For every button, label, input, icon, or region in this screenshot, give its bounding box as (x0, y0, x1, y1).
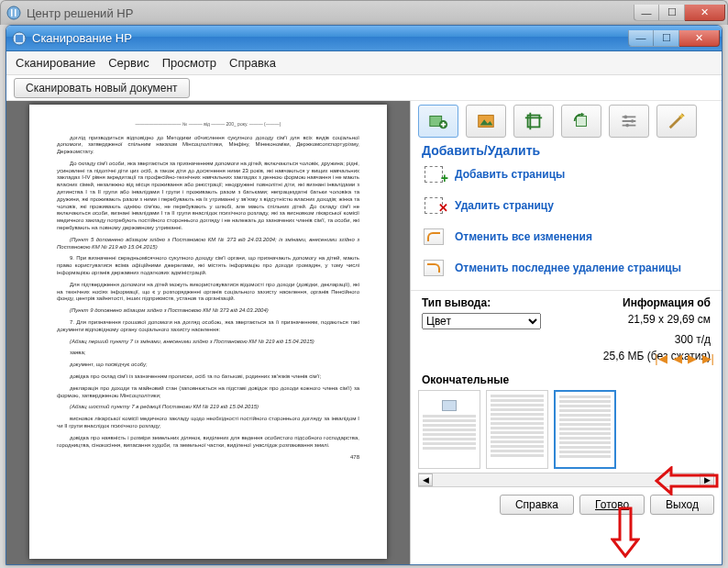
tool-rotate-icon[interactable] (561, 105, 601, 138)
right-panel: Добавить/Удалить + Добавить страницы ✕ У… (410, 101, 722, 564)
section-title: Добавить/Удалить (411, 141, 722, 163)
action-list: + Добавить страницы ✕ Удалить страницу О… (411, 163, 722, 290)
page-paragraph: До складу сім'ї особи, яка звертається з… (57, 161, 359, 232)
thumb-prev-icon[interactable]: ◀ (673, 351, 682, 365)
svg-point-13 (631, 119, 634, 123)
inner-minimize-button[interactable]: — (628, 30, 654, 47)
outer-minimize-button[interactable]: — (634, 5, 659, 21)
page-paragraph: декларація про доходи та майновий стан (… (57, 385, 359, 400)
inner-title: Сканирование HP (32, 31, 628, 45)
thumb-nav: |◀ ◀ ▶ ▶| (655, 351, 714, 365)
info-dimensions: 21,59 x 29,69 см (571, 313, 711, 329)
page-paragraph: доглід призводиться відповідно до Методи… (57, 135, 359, 156)
scroll-right-icon[interactable]: ▶ (700, 473, 714, 486)
thumbnail[interactable] (486, 390, 548, 469)
svg-rect-4 (16, 35, 23, 42)
action-label: Отменить все изменения (455, 230, 592, 243)
svg-rect-1 (11, 9, 13, 17)
tool-add-remove-icon[interactable] (418, 105, 458, 138)
page-note: (Пункт 9 доповнено абзацом згідно з Пост… (57, 307, 359, 315)
outer-maximize-button[interactable]: ☐ (659, 5, 685, 21)
tool-crop-icon[interactable] (513, 105, 554, 138)
action-label: Удалить страницу (455, 199, 554, 212)
inner-titlebar: Сканирование HP — ☐ ✕ (6, 26, 722, 51)
page-note: (Пункт 5 доповнено абзацом згідно з Пост… (57, 237, 359, 251)
page-paragraph: заява; (57, 350, 359, 357)
delete-page-icon: ✕ (422, 195, 446, 217)
info-dpi: 300 т/д (571, 333, 711, 346)
tool-adjust-icon[interactable] (609, 105, 649, 138)
tool-icon-bar (411, 101, 722, 141)
output-type-label: Тип вывода: (422, 296, 562, 309)
menu-scan[interactable]: Сканирование (16, 56, 95, 70)
thumbnail[interactable] (418, 390, 480, 469)
scan-new-document-button[interactable]: Сканировать новый документ (14, 78, 190, 98)
scanned-page[interactable]: —————————— № ——— від ——— 200_ року. ——— … (29, 105, 387, 559)
thumb-first-icon[interactable]: |◀ (655, 351, 667, 365)
thumb-last-icon[interactable]: ▶| (702, 351, 714, 365)
svg-marker-11 (581, 113, 585, 117)
page-paragraph: Для підтвердження допомоги на дітей можу… (57, 282, 359, 303)
undo-all-icon (422, 226, 446, 248)
action-label: Отменить последнее удаление страницы (455, 262, 681, 274)
action-add-pages[interactable]: + Добавить страницы (422, 163, 711, 185)
thumbnail-scrollbar[interactable]: ◀ ▶ (418, 473, 714, 487)
inner-maximize-button[interactable]: ☐ (654, 30, 679, 47)
help-button[interactable]: Справка (500, 495, 574, 515)
outer-window: Центр решений HP — ☐ ✕ Сканирование HP —… (0, 0, 728, 568)
action-redo-delete[interactable]: Отменить последнее удаление страницы (422, 257, 711, 279)
done-button[interactable]: Готово (579, 495, 645, 515)
thumbnail-selected[interactable] (554, 390, 616, 469)
menu-service[interactable]: Сервис (108, 56, 149, 70)
footer-buttons: Справка Готово Выход (411, 487, 722, 522)
page-paragraph: довідка про склад сім'ї із зазначенням п… (57, 373, 359, 381)
menu-help[interactable]: Справка (229, 56, 276, 70)
page-note: (Абзац перший пункту 7 із змінами, внесе… (57, 339, 359, 346)
page-number: 478 (57, 454, 359, 462)
preview-pane: —————————— № ——— від ——— 200_ року. ——— … (6, 101, 410, 564)
toolbar: Сканировать новый документ (6, 75, 722, 101)
action-label: Добавить страницы (455, 168, 565, 181)
inner-close-button[interactable]: ✕ (679, 30, 720, 47)
tool-magic-icon[interactable] (656, 105, 697, 138)
page-paragraph: висновок лікарської комісії медичного за… (57, 416, 359, 430)
info-label: Информация об (571, 296, 711, 309)
page-paragraph: 9. При визначенні середньомісячного суку… (57, 255, 359, 276)
outer-titlebar: Центр решений HP — ☐ ✕ (0, 0, 728, 25)
output-type-select[interactable]: Цвет (422, 313, 541, 329)
hp-icon (6, 6, 21, 20)
redo-delete-icon (422, 257, 446, 279)
add-pages-icon: + (422, 163, 446, 185)
page-paragraph: довідка про наявність і розміри земельни… (57, 435, 359, 450)
outer-title: Центр решений HP (27, 6, 634, 20)
action-undo-all[interactable]: Отменить все изменения (422, 226, 711, 248)
exit-button[interactable]: Выход (650, 495, 714, 515)
hp-scan-icon (12, 31, 27, 46)
svg-point-14 (625, 124, 629, 128)
page-paragraph: 7. Для призначення грошової допомоги на … (57, 319, 359, 334)
inner-window: Сканирование HP — ☐ ✕ Сканирование Серви… (6, 25, 722, 565)
scroll-left-icon[interactable]: ◀ (418, 473, 433, 486)
outer-close-button[interactable]: ✕ (685, 5, 725, 21)
menu-view[interactable]: Просмотр (162, 56, 216, 70)
page-header: —————————— № ——— від ——— 200_ року. ——— … (57, 121, 359, 128)
final-label: Окончательные (411, 370, 722, 388)
tool-image-icon[interactable] (466, 105, 506, 138)
svg-point-12 (624, 116, 628, 119)
svg-point-0 (7, 6, 20, 19)
svg-rect-2 (15, 9, 17, 17)
thumbnail-strip (411, 388, 722, 469)
page-paragraph: документ, що посвідчує особу; (57, 362, 359, 369)
thumb-next-icon[interactable]: ▶ (688, 351, 697, 365)
action-delete-page[interactable]: ✕ Удалить страницу (422, 195, 711, 217)
svg-rect-10 (577, 117, 587, 127)
menubar: Сканирование Сервис Просмотр Справка (6, 51, 722, 75)
page-note: (Абзац шостий пункту 7 в редакції Постан… (57, 404, 359, 411)
